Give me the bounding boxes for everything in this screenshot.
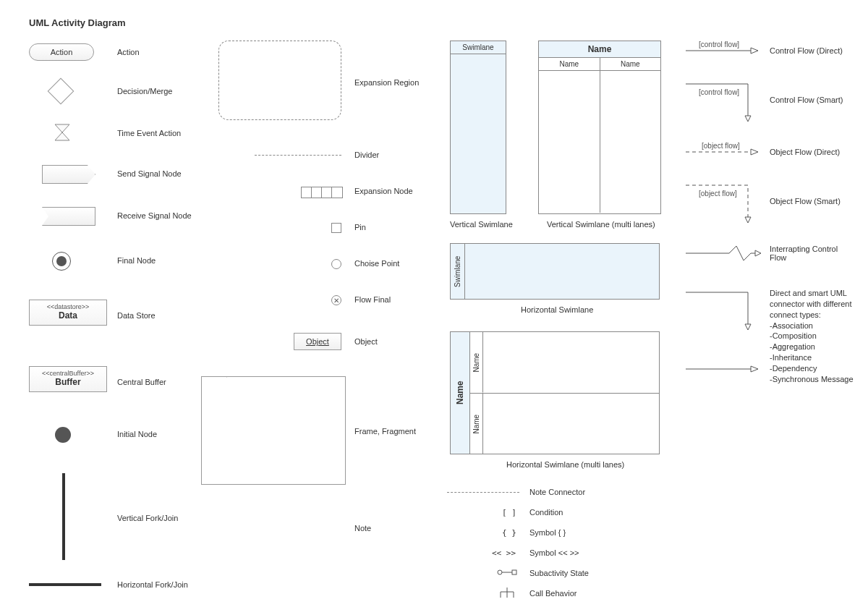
expansion-node-label: Expansion Node <box>354 187 413 195</box>
horizontal-fork-shape <box>29 583 101 586</box>
choice-point-shape <box>331 259 341 269</box>
generic-connector-direct-arrow <box>686 362 758 376</box>
initial-node-shape <box>55 427 71 443</box>
horizontal-swimlane-label: Horizontal Swimlane <box>521 305 593 314</box>
datastore-shape: <<datastore>> Data <box>29 300 107 326</box>
central-buffer-shape: <<centralBuffer>> Buffer <box>29 366 107 392</box>
datastore-stereo: <<datastore>> <box>31 303 105 310</box>
interrupting-flow-label: Interrapting Control Flow <box>770 245 856 262</box>
control-flow-direct-label: Control Flow (Direct) <box>770 46 843 55</box>
horizontal-swimlane-multi-shape: Name Name Name <box>450 331 660 454</box>
object-flow-smart-arrow <box>686 181 758 224</box>
symbol-braces-label: Symbol { } <box>529 528 566 537</box>
generic-type-2: -Aggregation <box>770 342 815 351</box>
vertical-swimlane-multi-top: Name <box>539 41 660 58</box>
generic-type-4: -Dependency <box>770 364 817 373</box>
svg-marker-9 <box>751 366 758 372</box>
hswim-row1-header: Name <box>470 332 483 393</box>
expansion-region-label: Expansion Region <box>354 78 419 87</box>
interrupting-flow-arrow <box>686 245 761 262</box>
generic-connector-smart-arrow <box>686 288 758 331</box>
horizontal-swimlane-shape: Swimlane <box>450 243 660 300</box>
object-flow-smart-label: Object Flow (Smart) <box>770 197 841 205</box>
object-flow-direct-tag: [object flow] <box>702 142 740 150</box>
svg-rect-12 <box>512 570 516 574</box>
central-buffer-name: Buffer <box>31 377 105 387</box>
decision-shape <box>48 78 74 104</box>
frame-shape <box>201 376 346 485</box>
control-flow-smart-tag: [control flow] <box>699 88 739 96</box>
time-event-label: Time Event Action <box>117 129 181 137</box>
flow-final-shape: ✕ <box>331 295 341 305</box>
generic-connector-desc: Direct and smart UML connector with diff… <box>770 289 852 319</box>
pin-label: Pin <box>354 223 366 232</box>
hswim-multi-side: Name <box>451 332 470 454</box>
horizontal-swimlane-multi-label: Horizontal Swimlane (multi lanes) <box>506 460 624 469</box>
svg-point-10 <box>498 570 502 574</box>
object-shape: Object <box>294 333 341 350</box>
receive-signal-shape <box>42 207 95 226</box>
svg-marker-4 <box>751 149 758 155</box>
datastore-label: Data Store <box>117 311 156 320</box>
final-node-label: Final Node <box>117 256 156 265</box>
generic-type-1: -Composition <box>770 331 817 340</box>
vertical-swimlane-header: Swimlane <box>451 41 506 54</box>
note-label: Note <box>354 524 371 533</box>
object-label: Object <box>354 337 378 346</box>
control-flow-smart-label: Control Flow (Smart) <box>770 96 843 104</box>
note-connector-label: Note Connector <box>529 488 585 496</box>
call-behavior-icon <box>499 588 515 599</box>
svg-marker-6 <box>755 250 761 256</box>
vertical-fork-shape <box>62 473 65 560</box>
vertical-swimlane-label: Vertical Swimlane <box>450 220 513 229</box>
horizontal-swimlane-header: Swimlane <box>451 244 465 299</box>
send-signal-label: Send Signal Node <box>117 169 182 178</box>
vswim-col1-header: Name <box>539 58 600 71</box>
subactivity-state-icon <box>496 567 518 577</box>
vswim-col2-header: Name <box>600 58 661 71</box>
condition-glyph: [ ] <box>502 508 516 517</box>
symbol-braces-glyph: { } <box>502 528 516 538</box>
divider-shape <box>255 155 341 156</box>
action-shape: Action <box>29 43 94 61</box>
generic-type-3: -Inheritance <box>770 353 812 362</box>
object-flow-direct-label: Object Flow (Direct) <box>770 148 840 156</box>
central-buffer-stereo: <<centralBuffer>> <box>31 370 105 377</box>
vertical-fork-label: Vertical Fork/Join <box>117 514 178 522</box>
pin-shape <box>331 223 341 233</box>
vertical-swimlane-multi-label: Vertical Swimlane (multi lanes) <box>547 220 655 229</box>
control-flow-direct-tag: [control flow] <box>699 41 739 48</box>
final-node-shape <box>52 252 71 271</box>
vertical-swimlane-multi-shape: Name Name Name <box>538 41 661 214</box>
send-signal-shape <box>42 165 95 184</box>
svg-marker-5 <box>745 217 751 223</box>
object-flow-smart-tag: [object flow] <box>699 190 737 198</box>
decision-label: Decision/Merge <box>117 87 172 96</box>
time-event-shape <box>54 123 71 142</box>
svg-marker-2 <box>745 116 751 122</box>
generic-type-5: -Synchronous Message <box>770 375 854 383</box>
control-flow-smart-arrow <box>686 80 758 123</box>
vertical-swimlane-shape: Swimlane <box>450 41 506 214</box>
symbol-angles-glyph: << >> <box>492 548 516 558</box>
datastore-name: Data <box>31 310 105 321</box>
flow-final-label: Flow Final <box>354 295 391 304</box>
expansion-region-shape <box>218 41 341 120</box>
divider-label: Divider <box>354 150 379 159</box>
expansion-node-shape <box>301 187 343 198</box>
choice-point-label: Choise Point <box>354 259 399 268</box>
action-label: Action <box>117 48 140 56</box>
call-behavior-label: Call Behavior <box>529 589 576 598</box>
horizontal-fork-label: Horizontal Fork/Join <box>117 580 188 589</box>
generic-type-0: -Association <box>770 321 813 330</box>
hswim-row2-header: Name <box>470 394 483 454</box>
condition-label: Condition <box>529 508 563 517</box>
receive-signal-label: Receive Signal Node <box>117 211 192 220</box>
central-buffer-label: Central Buffer <box>117 378 166 386</box>
subactivity-state-label: Subactivity State <box>529 569 589 577</box>
svg-marker-7 <box>745 324 751 330</box>
symbol-angles-label: Symbol << >> <box>529 548 579 557</box>
generic-connector-label: Direct and smart UML connector with diff… <box>770 288 865 385</box>
svg-marker-1 <box>751 48 758 54</box>
note-connector-shape <box>447 492 519 493</box>
